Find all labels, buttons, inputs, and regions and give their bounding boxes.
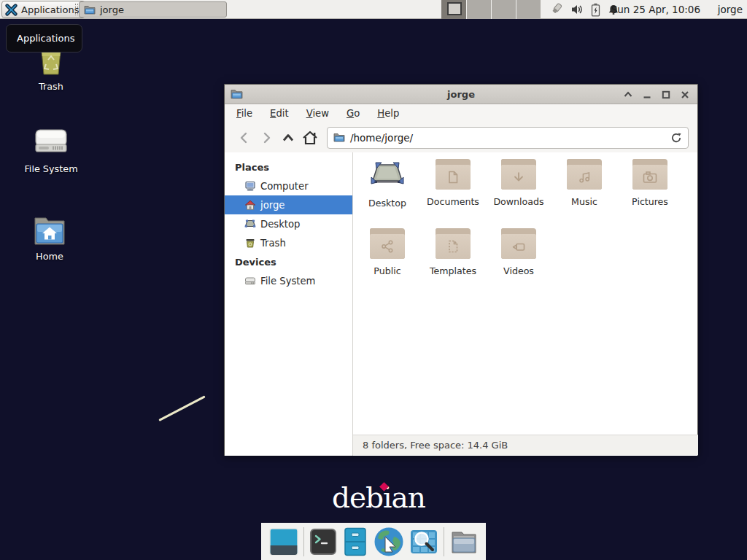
computer-icon xyxy=(244,180,256,192)
back-icon xyxy=(237,131,252,145)
document-glyph-icon xyxy=(445,169,461,185)
menubar: File Edit View Go Help xyxy=(225,104,697,122)
reload-icon[interactable] xyxy=(670,132,682,144)
file-view: Desktop Documents xyxy=(353,152,697,456)
folder-item-desktop[interactable]: Desktop xyxy=(355,156,420,225)
battery-icon[interactable] xyxy=(590,3,601,17)
dock-app-finder-button[interactable] xyxy=(409,527,438,556)
folder-item-public[interactable]: Public xyxy=(355,225,420,295)
menu-go[interactable]: Go xyxy=(347,108,360,119)
camera-glyph-icon xyxy=(641,169,659,185)
desktop-icon xyxy=(244,218,256,230)
folder-item-templates[interactable]: Templates xyxy=(420,225,486,295)
maximize-button[interactable] xyxy=(661,90,671,100)
workspace-1[interactable] xyxy=(441,0,466,19)
desktop-icon-home[interactable]: Home xyxy=(9,214,90,262)
volume-icon[interactable] xyxy=(570,4,584,15)
dock-separator xyxy=(444,527,444,556)
workspace-3[interactable] xyxy=(491,0,516,19)
panel-clock[interactable]: Sun 25 Apr, 10:06 xyxy=(611,0,700,19)
forward-icon xyxy=(259,131,274,145)
menu-view[interactable]: View xyxy=(306,108,329,119)
menu-edit[interactable]: Edit xyxy=(270,108,289,119)
sidebar-item-file-system[interactable]: File System xyxy=(225,271,352,290)
folder-icon xyxy=(370,228,405,262)
folder-label: Music xyxy=(571,196,597,207)
desktop-icon-label: File System xyxy=(11,163,91,174)
sidebar-header-places: Places xyxy=(225,158,352,176)
taskbar-window-label: jorge xyxy=(100,4,124,15)
window-body: Places Computer xyxy=(225,152,697,456)
statusbar-text: 8 folders, Free space: 14.4 GiB xyxy=(363,440,508,451)
sidebar: Places Computer xyxy=(225,152,353,456)
toolbar: /home/jorge/ xyxy=(225,122,697,152)
dock-show-desktop-button[interactable] xyxy=(269,527,298,556)
up-button[interactable] xyxy=(277,127,299,149)
folder-icon xyxy=(501,228,536,262)
dock-terminal-button[interactable] xyxy=(309,528,337,556)
trash-icon xyxy=(244,237,256,249)
share-glyph-icon xyxy=(379,238,395,254)
statusbar: 8 folders, Free space: 14.4 GiB xyxy=(353,435,698,455)
forward-button[interactable] xyxy=(255,127,277,149)
file-cabinet-icon xyxy=(342,527,368,556)
home-icon xyxy=(301,130,319,146)
folder-label: Templates xyxy=(430,265,476,276)
sidebar-item-label: File System xyxy=(260,276,315,287)
app-finder-icon xyxy=(409,527,438,556)
folder-item-downloads[interactable]: Downloads xyxy=(486,156,551,225)
web-browser-icon xyxy=(374,526,404,557)
folder-item-music[interactable]: Music xyxy=(551,156,617,225)
panel-user-actions[interactable]: jorge xyxy=(718,0,743,19)
folder-item-pictures[interactable]: Pictures xyxy=(617,156,683,225)
back-button[interactable] xyxy=(233,127,255,149)
bottom-dock xyxy=(261,523,486,560)
address-text[interactable]: /home/jorge/ xyxy=(350,132,665,144)
sidebar-item-label: jorge xyxy=(260,200,285,211)
panel-handle[interactable] xyxy=(75,4,78,15)
terminal-icon xyxy=(309,528,337,556)
folder-item-videos[interactable]: Videos xyxy=(486,225,551,295)
close-button[interactable] xyxy=(680,90,690,100)
home-folder-icon xyxy=(33,214,66,246)
home-button[interactable] xyxy=(299,127,321,149)
download-glyph-icon xyxy=(511,169,527,185)
input-device-icon[interactable] xyxy=(548,2,564,17)
desktop-icon-file-system[interactable]: File System xyxy=(11,125,91,174)
desktop-screen: Applications jorge xyxy=(0,0,747,560)
window-titlebar[interactable]: jorge xyxy=(225,85,697,104)
workspace-switcher xyxy=(441,0,541,19)
minimize-icon xyxy=(643,90,651,99)
sidebar-item-jorge[interactable]: jorge xyxy=(225,195,352,214)
menu-file[interactable]: File xyxy=(236,108,252,119)
folder-label: Videos xyxy=(503,265,534,276)
hard-drive-icon xyxy=(244,275,256,287)
folder-label: Desktop xyxy=(368,198,406,209)
address-bar[interactable]: /home/jorge/ xyxy=(327,127,689,149)
system-tray xyxy=(548,0,619,19)
menu-help[interactable]: Help xyxy=(377,108,399,119)
taskbar-window-button[interactable]: jorge xyxy=(79,1,227,18)
dock-file-cabinet-button[interactable] xyxy=(342,527,368,556)
dock-separator xyxy=(303,527,304,556)
sidebar-item-trash[interactable]: Trash xyxy=(225,233,352,252)
close-icon xyxy=(681,90,689,99)
minimize-button[interactable] xyxy=(642,90,652,100)
dock-file-manager-button[interactable] xyxy=(449,528,479,556)
shade-button[interactable] xyxy=(623,90,633,100)
folder-icon xyxy=(84,4,96,15)
workspace-2[interactable] xyxy=(466,0,491,19)
sidebar-item-desktop[interactable]: Desktop xyxy=(225,214,352,233)
up-icon xyxy=(280,131,296,145)
video-glyph-icon xyxy=(510,238,527,254)
workspace-4[interactable] xyxy=(516,0,541,19)
sidebar-header-devices: Devices xyxy=(225,252,352,271)
folder-item-documents[interactable]: Documents xyxy=(420,156,486,225)
mouse-cursor-artifact xyxy=(158,395,205,421)
maximize-icon xyxy=(662,90,670,99)
applications-menu-button[interactable]: Applications xyxy=(1,1,85,18)
dock-web-browser-button[interactable] xyxy=(374,526,404,557)
sidebar-item-computer[interactable]: Computer xyxy=(225,176,352,195)
folder-label: Pictures xyxy=(632,196,668,207)
applications-tooltip: Applications xyxy=(6,24,82,52)
